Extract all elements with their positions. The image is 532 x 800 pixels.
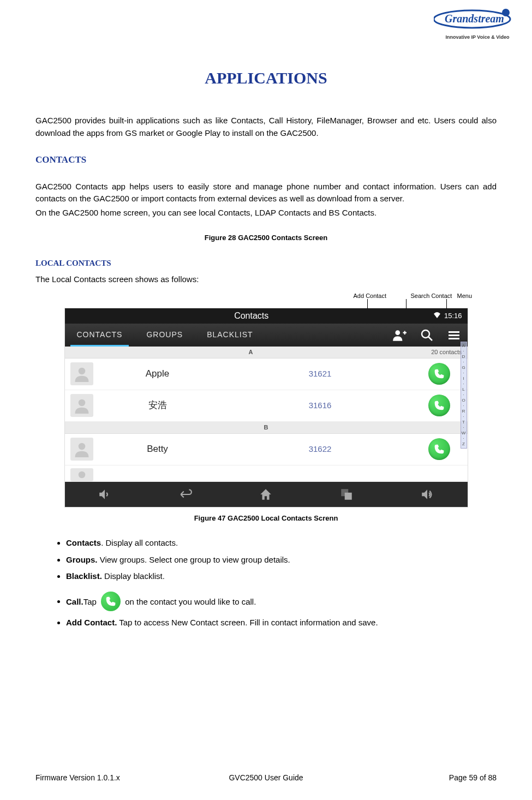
contact-number: 31621 <box>212 368 428 380</box>
search-icon[interactable] <box>413 324 440 347</box>
wifi-icon <box>433 311 441 321</box>
system-nav-bar <box>65 482 468 507</box>
avatar-icon <box>70 468 93 481</box>
svg-point-12 <box>78 471 85 478</box>
brand-logo: Grandstream Innovative IP Voice & Video <box>434 8 521 41</box>
feature-list: Contacts. Display all contacts. Groups. … <box>35 537 497 629</box>
svg-point-10 <box>78 399 85 407</box>
home-icon[interactable] <box>256 485 276 504</box>
svg-point-11 <box>78 443 85 450</box>
contacts-p2: On the GAC2500 home screen, you can see … <box>35 207 497 219</box>
contacts-screenshot: Add Contact Search Contact Menu Contacts… <box>64 291 468 508</box>
intro-paragraph: GAC2500 provides built-in applications s… <box>35 115 497 139</box>
svg-point-9 <box>78 368 85 375</box>
footer-firmware: Firmware Version 1.0.1.x <box>35 772 189 784</box>
section-header-b: B <box>65 422 468 434</box>
figure-47-caption: Figure 47 GAC2500 Local Contacts Screnn <box>35 513 497 524</box>
contact-number: 31616 <box>212 399 428 412</box>
svg-rect-6 <box>449 331 459 333</box>
logo-tagline: Innovative IP Voice & Video <box>434 34 521 41</box>
contacts-heading: CONTACTS <box>35 153 497 167</box>
back-icon[interactable] <box>176 485 195 504</box>
local-contacts-lead: The Local Contacts screen shows as follo… <box>35 273 497 286</box>
tab-blacklist[interactable]: BLACKLIST <box>195 324 265 347</box>
tab-groups[interactable]: GROUPS <box>134 324 195 347</box>
contact-row[interactable]: Betty 31622 <box>65 434 468 465</box>
call-button[interactable] <box>428 438 450 460</box>
section-header-a: A 20 contacts <box>65 347 468 359</box>
call-button[interactable] <box>428 363 450 385</box>
annotation-menu: Menu <box>457 291 473 301</box>
footer-doc-title: GVC2500 User Guide <box>189 772 343 784</box>
list-item: Add Contact. Tap to access New Contact s… <box>66 617 497 629</box>
contact-row-cut <box>65 465 468 482</box>
list-item: Groups. View groups. Select one group to… <box>66 554 497 566</box>
contacts-count: 20 contacts <box>431 348 462 357</box>
contacts-p1: GAC2500 Contacts app helps users to easi… <box>35 181 497 205</box>
status-bar: Contacts 15:16 <box>65 308 468 324</box>
svg-rect-7 <box>449 335 459 336</box>
figure-28-caption: Figure 28 GAC2500 Contacts Screen <box>35 232 497 243</box>
contact-name: Apple <box>103 367 212 381</box>
avatar-icon <box>70 394 93 417</box>
call-button[interactable] <box>428 395 450 416</box>
svg-point-2 <box>502 9 510 16</box>
svg-text:Grandstream: Grandstream <box>445 13 504 25</box>
call-icon <box>101 592 121 611</box>
list-item: Call.Tap on the contact you would like t… <box>66 593 497 612</box>
app-title: Contacts <box>70 309 433 323</box>
recent-apps-icon[interactable] <box>337 485 356 504</box>
annotation-add-contact: Add Contact <box>354 291 387 301</box>
page-footer: Firmware Version 1.0.1.x GVC2500 User Gu… <box>35 772 497 784</box>
contact-number: 31622 <box>212 443 428 456</box>
contact-row[interactable]: 安浩 31616 <box>65 390 468 422</box>
tabs-bar: CONTACTS GROUPS BLACKLIST <box>65 324 468 347</box>
contact-name: 安浩 <box>103 398 212 413</box>
svg-rect-14 <box>345 492 352 499</box>
local-contacts-heading: LOCAL CONTACTS <box>35 257 497 270</box>
footer-page-number: Page 59 of 88 <box>343 772 497 784</box>
avatar-icon <box>70 362 93 385</box>
volume-down-icon[interactable] <box>95 485 115 504</box>
avatar-icon <box>70 438 93 461</box>
tab-contacts[interactable]: CONTACTS <box>65 324 135 347</box>
svg-line-5 <box>428 337 432 341</box>
volume-up-icon[interactable] <box>417 485 437 504</box>
page-title: APPLICATIONS <box>35 65 497 90</box>
add-contact-icon[interactable] <box>386 324 413 347</box>
contact-row[interactable]: Apple 31621 <box>65 359 468 390</box>
status-time: 15:16 <box>444 311 462 321</box>
svg-point-3 <box>395 330 400 335</box>
list-item: Blacklist. Display blacklist. <box>66 570 497 583</box>
svg-point-4 <box>422 330 429 338</box>
list-item: Contacts. Display all contacts. <box>66 537 497 550</box>
svg-rect-8 <box>449 338 459 339</box>
contact-name: Betty <box>103 442 212 456</box>
alpha-index-strip[interactable]: A· D· G· I· L· O· R· T· W· Z <box>461 342 467 449</box>
